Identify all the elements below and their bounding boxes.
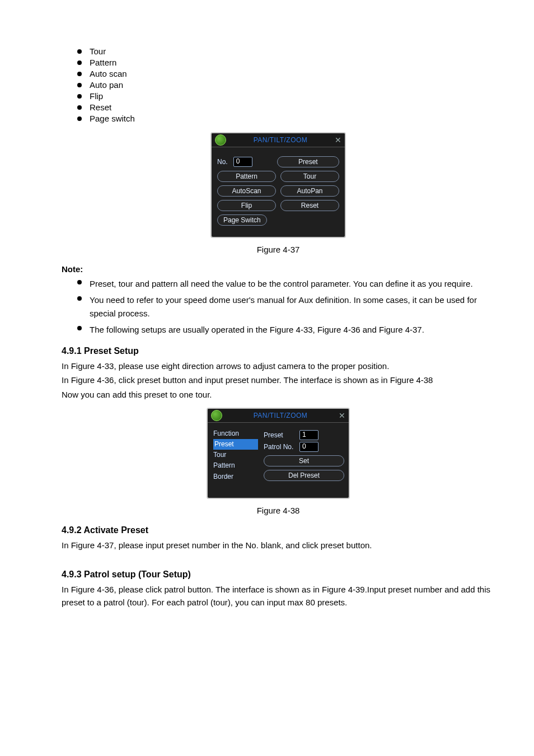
autopan-button[interactable]: AutoPan <box>280 185 339 197</box>
function-item-tour[interactable]: Tour <box>213 450 258 460</box>
pattern-button[interactable]: Pattern <box>217 171 276 182</box>
tour-button[interactable]: Tour <box>280 171 339 182</box>
note-heading: Note: <box>62 264 495 274</box>
note-list: Preset, tour and pattern all need the va… <box>62 277 495 336</box>
feature-list: Tour Pattern Auto scan Auto pan Flip Res… <box>62 46 495 123</box>
figure-caption-38: Figure 4-38 <box>62 506 495 515</box>
preset-label: Preset <box>264 431 296 439</box>
preset-input[interactable]: 1 <box>299 430 318 440</box>
ptz-window-1: PAN/TILT/ZOOM ✕ No. 0 Preset Pattern Tou… <box>210 132 346 238</box>
list-item: Auto pan <box>77 80 495 90</box>
autoscan-button[interactable]: AutoScan <box>217 185 276 197</box>
window-title: PAN/TILT/ZOOM <box>226 136 335 144</box>
window-title: PAN/TILT/ZOOM <box>222 412 339 419</box>
app-logo-icon <box>211 410 222 421</box>
paragraph: Now you can add this preset to one tour. <box>62 388 495 401</box>
no-input[interactable]: 0 <box>233 157 252 167</box>
function-list: Function Preset Tour Pattern Border <box>213 428 258 490</box>
list-item: Reset <box>77 102 495 112</box>
reset-button[interactable]: Reset <box>280 200 339 211</box>
note-item: You need to refer to your speed dome use… <box>77 293 495 320</box>
paragraph: In Figure 4-37, please input preset numb… <box>62 539 495 552</box>
list-item: Page switch <box>77 114 495 123</box>
set-button[interactable]: Set <box>264 455 344 466</box>
heading-493: 4.9.3 Patrol setup (Tour Setup) <box>62 570 495 580</box>
patrol-no-input[interactable]: 0 <box>299 442 318 452</box>
preset-button[interactable]: Preset <box>277 156 339 167</box>
list-item: Tour <box>77 46 495 56</box>
page-switch-button[interactable]: Page Switch <box>217 214 267 226</box>
ptz-window-2: PAN/TILT/ZOOM ✕ Function Preset Tour Pat… <box>207 408 350 499</box>
note-item: Preset, tour and pattern all need the va… <box>77 277 495 290</box>
close-icon[interactable]: ✕ <box>339 412 345 419</box>
list-item: Auto scan <box>77 69 495 78</box>
patrol-no-label: Patrol No. <box>264 443 296 451</box>
list-item: Flip <box>77 91 495 101</box>
close-icon[interactable]: ✕ <box>335 136 341 144</box>
paragraph: In Figure 4-33, please use eight directi… <box>62 360 495 372</box>
del-preset-button[interactable]: Del Preset <box>264 470 344 481</box>
function-item-pattern[interactable]: Pattern <box>213 460 258 471</box>
list-item: Pattern <box>77 58 495 67</box>
no-label: No. <box>217 158 228 166</box>
flip-button[interactable]: Flip <box>217 200 276 211</box>
note-item: The following setups are usually operate… <box>77 323 495 336</box>
heading-491: 4.9.1 Preset Setup <box>62 346 495 356</box>
app-logo-icon <box>215 134 226 146</box>
paragraph: In Figure 4-36, click preset button and … <box>62 374 495 386</box>
figure-caption-37: Figure 4-37 <box>62 245 495 254</box>
function-item-preset[interactable]: Preset <box>213 439 258 450</box>
paragraph: In Figure 4-36, please click patrol butt… <box>62 583 495 609</box>
function-heading: Function <box>213 428 258 439</box>
heading-492: 4.9.2 Activate Preset <box>62 525 495 535</box>
function-item-border[interactable]: Border <box>213 472 258 482</box>
